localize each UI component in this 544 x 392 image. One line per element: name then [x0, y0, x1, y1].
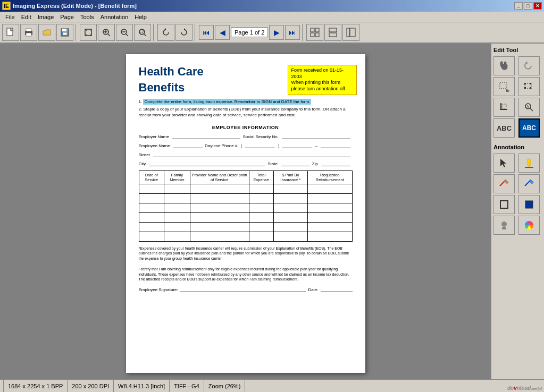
rotate-cw-button[interactable]: [175, 24, 193, 41]
table-row: [139, 184, 352, 193]
section-header: EMPLOYEE INFORMATION: [139, 125, 353, 130]
svg-rect-44: [502, 104, 506, 108]
svg-marker-4: [43, 30, 51, 35]
ssn-label: Social Security No.: [242, 134, 279, 139]
annotation-stamp-button[interactable]: [493, 216, 515, 235]
main-content: Form received on 01-15-2003 When printin…: [0, 44, 544, 379]
text-recog-button[interactable]: ABC: [493, 118, 515, 138]
svg-rect-7: [63, 32, 67, 35]
annotation-color-button[interactable]: [518, 216, 540, 235]
phone-close-paren: ): [278, 143, 280, 148]
annotation-highlight-button[interactable]: [518, 154, 540, 173]
select-rect-tool-button[interactable]: [493, 77, 515, 96]
svg-rect-31: [347, 28, 349, 37]
svg-line-46: [530, 108, 533, 111]
close-button[interactable]: ✕: [533, 2, 542, 10]
footer-paragraph-1: *Expenses covered by your health insuran…: [139, 246, 353, 261]
page-indicator: Page 1 of 2: [231, 28, 268, 37]
crop-tool-button[interactable]: [493, 98, 515, 117]
select-obj-tool-button[interactable]: [518, 77, 540, 96]
menu-file[interactable]: File: [2, 13, 18, 21]
svg-rect-0: [7, 28, 13, 36]
zoom-rect-button[interactable]: [134, 24, 151, 41]
view-mode-2-button[interactable]: [324, 24, 341, 41]
ssn-line: [282, 139, 350, 139]
signature-label: Employee Signature:: [139, 287, 178, 292]
minimize-button[interactable]: _: [514, 2, 523, 10]
annotation-rect-filled-button[interactable]: [518, 195, 540, 214]
menu-edit[interactable]: Edit: [18, 13, 35, 21]
city-label: City: [139, 161, 146, 166]
title-bar: IE Imaging Express (Edit Mode) - [Benefi…: [0, 0, 544, 12]
menu-image[interactable]: Image: [35, 13, 57, 21]
instruction-2-text: Staple a copy of your Explanation of Ben…: [139, 107, 346, 117]
phone-ext-line: [321, 148, 350, 148]
svg-rect-27: [311, 33, 314, 37]
rotate-ccw-button[interactable]: [157, 24, 174, 41]
svg-rect-55: [529, 180, 533, 184]
svg-line-14: [108, 34, 110, 36]
annotation-select-button[interactable]: [493, 154, 515, 173]
svg-rect-56: [500, 201, 508, 208]
open-button[interactable]: [38, 24, 55, 41]
toolbar-separator-4: [302, 24, 304, 41]
hand-tool-button[interactable]: [493, 56, 515, 75]
table-row: [139, 222, 352, 232]
view-mode-1-button[interactable]: [306, 24, 323, 41]
footer-paragraph-2: I certify that I am claiming reimburseme…: [139, 267, 353, 282]
annotation-line2: When printing this form: [291, 80, 353, 86]
svg-rect-53: [504, 180, 508, 184]
svg-rect-32: [350, 28, 355, 37]
menu-help[interactable]: Help: [131, 13, 150, 21]
maximize-button[interactable]: □: [524, 2, 532, 10]
svg-marker-48: [500, 159, 506, 167]
edit-tool-label: Edit Tool: [493, 47, 542, 53]
menu-page[interactable]: Page: [57, 13, 77, 21]
state-line: [281, 166, 310, 166]
employee-line: [173, 148, 203, 148]
prev-page-button[interactable]: ◀: [215, 25, 230, 40]
document-viewer[interactable]: Form received on 01-15-2003 When printin…: [0, 44, 491, 379]
status-format: TIFF - G4: [170, 380, 204, 392]
next-page-button[interactable]: ▶: [269, 25, 284, 40]
employee-row: Employee Name Daytime Phone #: ( ) –: [139, 143, 353, 148]
fit-page-button[interactable]: [80, 24, 97, 41]
employer-line: [172, 139, 241, 139]
menu-bar: File Edit Image Page Tools Annotation He…: [0, 12, 544, 22]
watermark: dovnload.net/pl: [507, 385, 542, 391]
zoom-out-button[interactable]: [116, 24, 133, 41]
view-mode-3-button[interactable]: [342, 24, 359, 41]
zip-label: Zip: [312, 161, 318, 166]
undo-tool-button[interactable]: [518, 56, 540, 75]
window-controls: _ □ ✕: [514, 2, 542, 10]
annotation-redline-button[interactable]: [493, 174, 515, 193]
street-line: [153, 157, 350, 157]
save-button[interactable]: [56, 24, 73, 41]
table-row: [139, 193, 352, 203]
col-insurance: $ Paid By Insurance *: [273, 171, 307, 184]
menu-tools[interactable]: Tools: [77, 13, 97, 21]
svg-marker-23: [164, 28, 166, 30]
annotation-note: Form received on 01-15-2003 When printin…: [288, 65, 357, 95]
zoom-in-button[interactable]: [98, 24, 115, 41]
status-bar: 1684 x 2254 x 1 BPP 200 x 200 DPI W8.4 H…: [0, 379, 544, 392]
date-label: Date:: [308, 287, 318, 292]
annotation-rect-outline-button[interactable]: [493, 195, 515, 214]
annotation-line1: Form received on 01-15-2003: [291, 67, 353, 80]
svg-text:A: A: [526, 105, 529, 108]
last-page-button[interactable]: ⏭: [285, 25, 300, 40]
annotation-bluepen-button[interactable]: [518, 174, 540, 193]
svg-rect-2: [26, 33, 31, 36]
menu-annotation[interactable]: Annotation: [97, 13, 132, 21]
city-row: City State Zip: [139, 161, 353, 166]
document-page: Form received on 01-15-2003 When printin…: [126, 54, 365, 373]
first-page-button[interactable]: ⏮: [199, 25, 214, 40]
new-button[interactable]: [2, 24, 19, 41]
text-colored-button[interactable]: ABC: [518, 118, 540, 138]
status-size: W8.4 H11.3 [Inch]: [114, 380, 170, 392]
phone-area-line: [245, 148, 274, 148]
print-button[interactable]: [20, 24, 37, 41]
svg-marker-24: [184, 28, 186, 30]
svg-rect-3: [26, 29, 31, 31]
magnify-tool-button[interactable]: A: [518, 98, 540, 117]
